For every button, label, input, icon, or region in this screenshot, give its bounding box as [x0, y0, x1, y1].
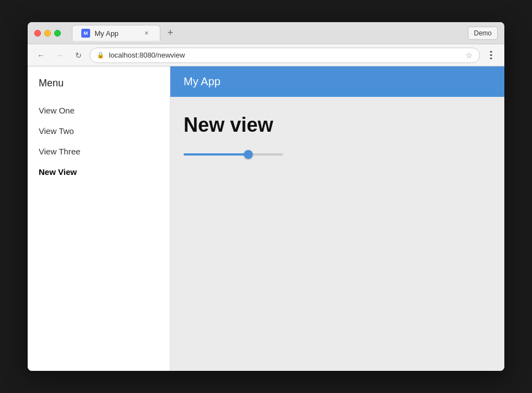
- menu-dot-2: [490, 54, 492, 56]
- tab-title: My App: [95, 29, 138, 38]
- sidebar-item-new-view[interactable]: New View: [28, 162, 170, 182]
- nav-bar: ← → ↻ 🔒 localhost:8080/newview ☆: [28, 44, 504, 66]
- address-text: localhost:8080/newview: [109, 51, 461, 59]
- close-button[interactable]: [34, 30, 41, 37]
- new-tab-button[interactable]: +: [163, 25, 178, 41]
- sidebar-nav: View One View Two View Three New View: [28, 100, 170, 182]
- browser-window: M My App × + Demo ← → ↻ 🔒 localhost:8080…: [28, 22, 504, 371]
- tab-close-button[interactable]: ×: [142, 29, 151, 38]
- sidebar-title: Menu: [28, 77, 170, 100]
- slider-track: [184, 153, 283, 156]
- maximize-button[interactable]: [54, 30, 61, 37]
- refresh-button[interactable]: ↻: [71, 48, 86, 63]
- minimize-button[interactable]: [44, 30, 51, 37]
- back-button[interactable]: ←: [33, 48, 49, 63]
- app-header: My App: [170, 66, 504, 97]
- sidebar-item-view-two[interactable]: View Two: [28, 121, 170, 141]
- app-header-title: My App: [184, 75, 221, 87]
- slider-thumb[interactable]: [244, 150, 253, 159]
- lock-icon: 🔒: [97, 51, 105, 59]
- traffic-lights: [34, 30, 61, 37]
- browser-menu-button[interactable]: [483, 48, 499, 63]
- sidebar: Menu View One View Two View Three New Vi…: [28, 66, 170, 371]
- title-bar: M My App × + Demo: [28, 22, 504, 44]
- back-arrow-icon: ←: [37, 51, 45, 60]
- content-area: New view: [170, 97, 504, 371]
- forward-button[interactable]: →: [52, 48, 67, 63]
- menu-dot-1: [490, 51, 492, 53]
- app-content: Menu View One View Two View Three New Vi…: [28, 66, 504, 371]
- tab-area: M My App × +: [72, 25, 463, 41]
- address-bar[interactable]: 🔒 localhost:8080/newview ☆: [90, 48, 480, 63]
- menu-dot-3: [490, 58, 492, 59]
- tab-favicon-icon: M: [81, 29, 90, 38]
- bookmark-star-icon[interactable]: ☆: [466, 51, 473, 60]
- slider-container: [184, 153, 294, 156]
- main-content: My App New view: [170, 66, 504, 371]
- forward-arrow-icon: →: [56, 51, 64, 60]
- demo-button[interactable]: Demo: [468, 27, 498, 40]
- slider-fill: [184, 153, 248, 156]
- sidebar-item-view-one[interactable]: View One: [28, 100, 170, 121]
- refresh-icon: ↻: [75, 51, 82, 60]
- sidebar-item-view-three[interactable]: View Three: [28, 141, 170, 162]
- active-tab[interactable]: M My App ×: [72, 25, 160, 41]
- view-title: New view: [184, 113, 491, 137]
